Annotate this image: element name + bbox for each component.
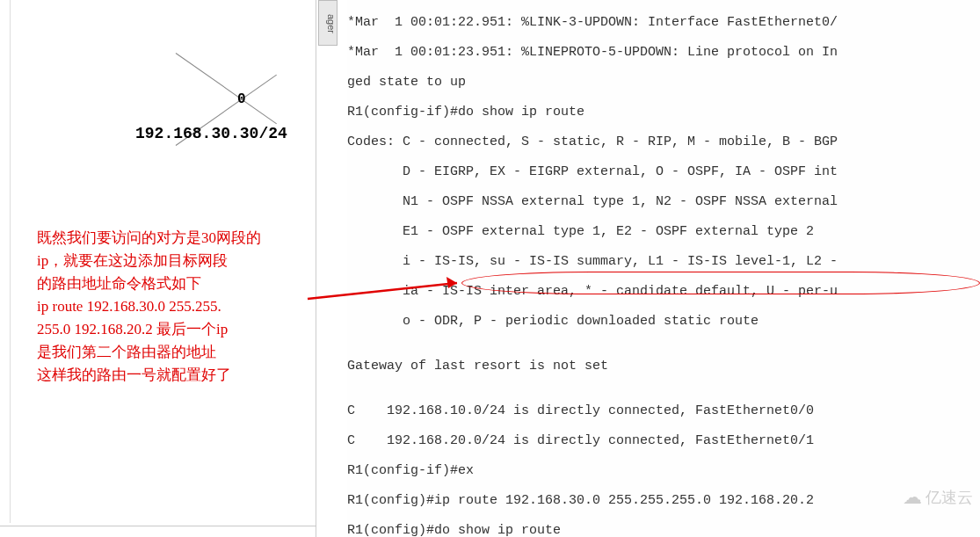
panel-divider xyxy=(0,526,316,526)
left-panel: 0 192.168.30.30/24 既然我们要访问的对方是30网段的 ip，就… xyxy=(0,0,316,537)
terminal-line: R1(config)#do show ip route xyxy=(347,523,980,537)
terminal-line: ia - IS-IS inter area, * - candidate def… xyxy=(347,284,980,299)
annotation-line: ip route 192.168.30.0 255.255. xyxy=(37,295,318,318)
terminal-line: N1 - OSPF NSSA external type 1, N2 - OSP… xyxy=(347,194,980,209)
terminal-line: D - EIGRP, EX - EIGRP external, O - OSPF… xyxy=(347,164,980,179)
vertical-tab[interactable]: ager xyxy=(318,0,338,46)
terminal-line: ged state to up xyxy=(347,75,980,90)
annotation-line: 既然我们要访问的对方是30网段的 xyxy=(37,227,318,250)
annotation-text: 既然我们要访问的对方是30网段的 ip，就要在这边添加目标网段 的路由地址命令格… xyxy=(37,227,318,387)
terminal-line: Codes: C - connected, S - static, R - RI… xyxy=(347,134,980,149)
terminal-line: C 192.168.10.0/24 is directly connected,… xyxy=(347,403,980,418)
annotation-line: 这样我的路由一号就配置好了 xyxy=(37,364,318,387)
terminal-output[interactable]: *Mar 1 00:01:22.951: %LINK-3-UPDOWN: Int… xyxy=(347,0,980,537)
terminal-line: R1(config)#ip route 192.168.30.0 255.255… xyxy=(347,493,980,508)
terminal-line: R1(config-if)#ex xyxy=(347,463,980,478)
diagram-port-label: 0 xyxy=(237,91,246,107)
terminal-line: Gateway of last resort is not set xyxy=(347,359,980,374)
cloud-icon: ☁ xyxy=(903,486,922,509)
diagram-line xyxy=(176,53,277,124)
diagram-ip-label: 192.168.30.30/24 xyxy=(135,125,287,142)
annotation-line: 是我们第二个路由器的地址 xyxy=(37,341,318,364)
terminal-line: *Mar 1 00:01:22.951: %LINK-3-UPDOWN: Int… xyxy=(347,15,980,30)
watermark-text: 亿速云 xyxy=(926,487,973,508)
watermark: ☁ 亿速云 xyxy=(903,486,973,509)
terminal-line: R1(config-if)#do show ip route xyxy=(347,105,980,120)
terminal-line: i - IS-IS, su - IS-IS summary, L1 - IS-I… xyxy=(347,254,980,269)
annotation-line: ip，就要在这边添加目标网段 xyxy=(37,250,318,272)
annotation-line: 255.0 192.168.20.2 最后一个ip xyxy=(37,318,318,341)
diagram-area: 0 192.168.30.30/24 xyxy=(0,0,316,211)
terminal-line: o - ODR, P - periodic downloaded static … xyxy=(347,314,980,329)
terminal-line: *Mar 1 00:01:23.951: %LINEPROTO-5-UPDOWN… xyxy=(347,45,980,60)
terminal-line: E1 - OSPF external type 1, E2 - OSPF ext… xyxy=(347,224,980,239)
annotation-line: 的路由地址命令格式如下 xyxy=(37,272,318,295)
terminal-line: C 192.168.20.0/24 is directly connected,… xyxy=(347,433,980,448)
